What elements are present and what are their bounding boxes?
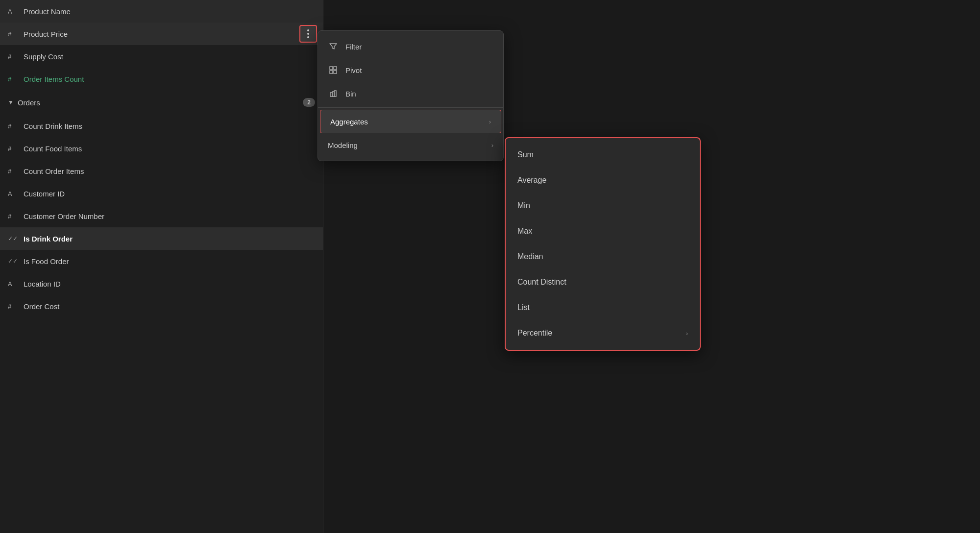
- left-panel: A Product Name # Product Price # Supply …: [0, 0, 323, 533]
- field-item[interactable]: A Customer ID: [0, 182, 323, 205]
- field-label: Is Food Order: [24, 257, 315, 266]
- aggregates-submenu: Sum Average Min Max Median Count Distinc…: [505, 137, 701, 351]
- aggregates-label: Aggregates: [330, 118, 482, 126]
- max-item[interactable]: Max: [506, 218, 700, 244]
- field-item[interactable]: # Count Food Items: [0, 137, 323, 160]
- pivot-menu-item[interactable]: Pivot: [318, 58, 503, 82]
- field-label: Product Name: [24, 7, 315, 16]
- min-item[interactable]: Min: [506, 193, 700, 218]
- field-label: Is Drink Order: [24, 235, 315, 243]
- chevron-right-icon: ›: [686, 330, 688, 337]
- pivot-icon: [328, 65, 339, 75]
- hash-icon-green: #: [8, 75, 19, 83]
- svg-rect-1: [334, 67, 337, 70]
- field-item[interactable]: A Location ID: [0, 272, 323, 295]
- chevron-right-icon: ›: [489, 118, 491, 125]
- context-menu: Filter Pivot Bin Aggregates ›: [318, 30, 504, 161]
- dots-icon: [307, 29, 309, 38]
- hash-icon: #: [8, 303, 19, 310]
- percentile-item[interactable]: Percentile ›: [506, 320, 700, 346]
- field-label: Order Cost: [24, 302, 315, 311]
- percentile-label: Percentile: [517, 329, 686, 338]
- median-label: Median: [517, 252, 688, 261]
- field-label: Order Items Count: [24, 75, 315, 83]
- three-dot-button[interactable]: [299, 25, 317, 43]
- field-label: Product Price: [24, 30, 315, 38]
- sum-label: Sum: [517, 150, 688, 159]
- hash-icon: #: [8, 122, 19, 130]
- field-item[interactable]: # Count Drink Items: [0, 115, 323, 137]
- chevron-right-icon: ›: [491, 142, 493, 149]
- field-item-product-price[interactable]: # Product Price: [0, 23, 323, 45]
- max-label: Max: [517, 227, 688, 236]
- hash-icon: #: [8, 145, 19, 152]
- list-item[interactable]: List: [506, 295, 700, 320]
- field-item[interactable]: # Order Cost: [0, 295, 323, 317]
- bin-label: Bin: [345, 90, 493, 98]
- sum-item[interactable]: Sum: [506, 142, 700, 168]
- aggregates-menu-item[interactable]: Aggregates ›: [320, 110, 501, 133]
- average-label: Average: [517, 176, 688, 185]
- field-item[interactable]: # Count Order Items: [0, 160, 323, 182]
- filter-label: Filter: [345, 43, 493, 51]
- section-badge: 2: [303, 98, 315, 107]
- text-icon: A: [8, 8, 19, 15]
- svg-rect-0: [330, 67, 333, 70]
- field-item[interactable]: A Product Name: [0, 0, 323, 23]
- field-label: Count Order Items: [24, 167, 315, 175]
- field-item[interactable]: # Supply Cost: [0, 45, 323, 68]
- field-item[interactable]: ✓✓ Is Food Order: [0, 250, 323, 272]
- hash-icon: #: [8, 213, 19, 220]
- section-title: Orders: [18, 98, 303, 107]
- svg-rect-2: [330, 71, 333, 73]
- filter-menu-item[interactable]: Filter: [318, 35, 503, 58]
- pivot-label: Pivot: [345, 66, 493, 74]
- bin-menu-item[interactable]: Bin: [318, 82, 503, 105]
- modeling-menu-item[interactable]: Modeling ›: [318, 133, 503, 157]
- svg-rect-3: [334, 71, 337, 73]
- field-label: Customer Order Number: [24, 212, 315, 220]
- text-icon: A: [8, 190, 19, 197]
- field-item-is-drink-order[interactable]: ✓✓ Is Drink Order: [0, 227, 323, 250]
- average-item[interactable]: Average: [506, 168, 700, 193]
- menu-divider: [318, 107, 503, 108]
- check-icon: ✓✓: [8, 258, 19, 265]
- filter-icon: [328, 41, 339, 52]
- field-label: Count Food Items: [24, 145, 315, 153]
- median-item[interactable]: Median: [506, 244, 700, 269]
- count-distinct-item[interactable]: Count Distinct: [506, 269, 700, 295]
- field-item[interactable]: # Customer Order Number: [0, 205, 323, 227]
- svg-rect-6: [334, 91, 336, 97]
- chevron-down-icon: ▼: [8, 99, 14, 106]
- hash-icon: #: [8, 53, 19, 60]
- field-label: Supply Cost: [24, 52, 315, 61]
- text-icon: A: [8, 280, 19, 288]
- bin-icon: [328, 88, 339, 99]
- field-label: Count Drink Items: [24, 122, 315, 130]
- count-distinct-label: Count Distinct: [517, 278, 688, 287]
- min-label: Min: [517, 201, 688, 210]
- field-label: Customer ID: [24, 190, 315, 198]
- hash-icon: #: [8, 168, 19, 175]
- list-label: List: [517, 303, 688, 312]
- check-icon: ✓✓: [8, 235, 19, 242]
- modeling-label: Modeling: [328, 141, 485, 149]
- hash-icon: #: [8, 30, 19, 38]
- orders-section-header[interactable]: ▼ Orders 2: [0, 90, 323, 115]
- field-label: Location ID: [24, 280, 315, 288]
- field-item-order-items-count[interactable]: # Order Items Count: [0, 68, 323, 90]
